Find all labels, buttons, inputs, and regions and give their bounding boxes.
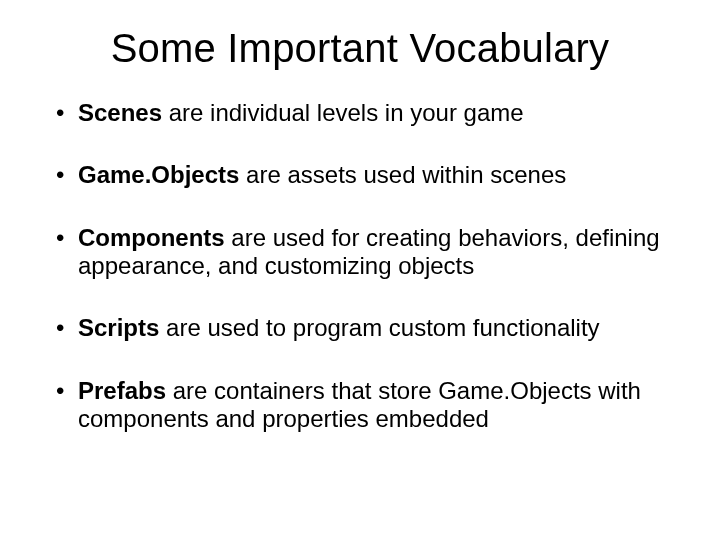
slide-title: Some Important Vocabulary xyxy=(50,26,670,71)
list-item: Scenes are individual levels in your gam… xyxy=(50,99,670,127)
bullet-list: Scenes are individual levels in your gam… xyxy=(50,99,670,433)
term: Game.Objects xyxy=(78,161,239,188)
term: Scripts xyxy=(78,314,159,341)
list-item: Scripts are used to program custom funct… xyxy=(50,314,670,342)
definition: are assets used within scenes xyxy=(239,161,566,188)
definition: are used to program custom functionality xyxy=(159,314,599,341)
definition: are individual levels in your game xyxy=(162,99,524,126)
list-item: Prefabs are containers that store Game.O… xyxy=(50,377,670,434)
slide: Some Important Vocabulary Scenes are ind… xyxy=(0,0,720,540)
list-item: Components are used for creating behavio… xyxy=(50,224,670,281)
list-item: Game.Objects are assets used within scen… xyxy=(50,161,670,189)
term: Components xyxy=(78,224,225,251)
term: Scenes xyxy=(78,99,162,126)
term: Prefabs xyxy=(78,377,166,404)
